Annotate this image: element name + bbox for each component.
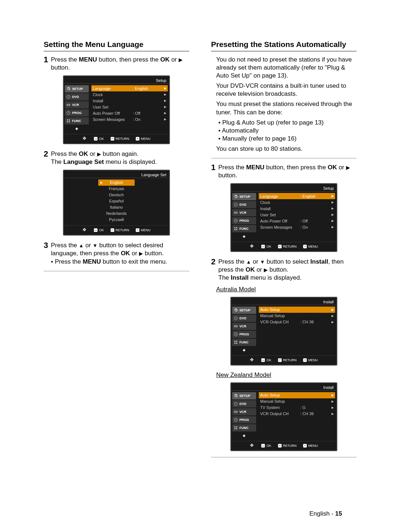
return-icon: ↩ — [278, 444, 282, 448]
chevron-right-icon: ▶ — [164, 99, 166, 102]
osd-title: Install — [231, 297, 337, 305]
language-option: Français — [98, 186, 135, 192]
svg-point-13 — [235, 212, 235, 213]
osd-language-set: Language Set EnglishFrançaisDeutschEspañ… — [63, 170, 170, 236]
osd-tab-vcr: VCR — [232, 323, 256, 330]
step-2-left: 2 Press the OK or button again. The Lang… — [44, 150, 189, 166]
chevron-right-icon: ▶ — [332, 314, 334, 318]
osd-row: Auto Setup▶ — [259, 392, 335, 398]
move-icon — [250, 443, 255, 448]
osd-title: Language Set — [64, 170, 169, 178]
osd-tab-setup: SETUP — [232, 307, 256, 314]
svg-point-34 — [236, 411, 237, 412]
play-icon — [97, 150, 101, 157]
prog-icon — [234, 418, 238, 422]
menu-icon: ≡ — [136, 228, 139, 232]
dvd-icon — [234, 402, 238, 406]
svg-point-11 — [235, 204, 236, 205]
svg-rect-22 — [234, 326, 238, 327]
divider — [211, 158, 357, 158]
svg-rect-7 — [69, 119, 70, 121]
play-icon — [264, 266, 268, 273]
ok-icon: ▭ — [261, 444, 265, 448]
func-icon — [66, 119, 71, 123]
svg-rect-6 — [67, 119, 68, 121]
step-text: Press the MENU button, then press the OK… — [51, 56, 189, 72]
move-icon: ✥ — [232, 432, 256, 440]
osd-setup-right: Setup SETUPDVDVCRPROGFUNC✥ Language: Eng… — [230, 183, 337, 252]
heading-left: Setting the Menu Language — [44, 40, 189, 49]
osd-tab-prog: PROG — [232, 416, 256, 423]
osd-main: Language: English▶Clock▶Install▶User Set… — [90, 84, 169, 134]
svg-point-21 — [235, 318, 236, 319]
osd-row: Clock▶ — [91, 91, 168, 98]
chevron-right-icon: ▶ — [164, 87, 166, 90]
ok-icon: ▭ — [94, 137, 98, 141]
page-footer: English - 15 — [309, 510, 342, 517]
svg-rect-8 — [67, 121, 68, 122]
chevron-right-icon: ▶ — [164, 93, 166, 96]
step-number: 3 — [44, 241, 49, 265]
osd-row: Auto Power Off: Off▶ — [259, 218, 335, 224]
svg-rect-36 — [234, 426, 235, 427]
osd-footer: ▭OK ↩RETURN ≡MENU — [64, 225, 169, 235]
setup-icon — [234, 194, 238, 199]
ok-icon: ▭ — [261, 358, 265, 362]
osd-footer: ▭OK ↩RETURN ≡MENU — [231, 441, 337, 450]
svg-rect-17 — [236, 227, 237, 228]
play-icon — [346, 164, 350, 171]
language-option: English — [98, 180, 135, 186]
vcr-icon — [234, 210, 238, 215]
osd-tab-setup: SETUP — [232, 193, 256, 200]
chevron-right-icon: ▶ — [164, 105, 166, 109]
move-icon: ✥ — [65, 125, 89, 133]
menu-icon: ≡ — [303, 358, 307, 362]
osd-sidebar: SETUPDVDVCRPROGFUNC✥ — [231, 391, 257, 441]
svg-rect-9 — [69, 121, 70, 122]
dvd-icon — [234, 202, 238, 207]
osd-tab-prog: PROG — [65, 109, 89, 117]
osd-row: User Set▶ — [259, 212, 335, 218]
svg-rect-19 — [236, 229, 237, 230]
osd-row: VCR Output CH: CH 36▶ — [259, 319, 335, 325]
svg-rect-29 — [236, 343, 237, 344]
osd-row: Screen Messages: On▶ — [259, 224, 335, 230]
osd-tab-dvd: DVD — [65, 93, 89, 101]
osd-footer: ▭OK ↩RETURN ≡MENU — [231, 355, 337, 365]
chevron-right-icon: ▶ — [332, 308, 334, 311]
chevron-right-icon: ▶ — [332, 207, 334, 210]
menu-icon: ≡ — [303, 444, 307, 448]
osd-title: Setup — [64, 76, 169, 84]
svg-rect-18 — [234, 229, 235, 230]
chevron-right-icon: ▶ — [332, 320, 334, 324]
osd-row: Clock▶ — [259, 199, 335, 205]
osd-tab-setup: SETUP — [232, 392, 256, 399]
dvd-icon — [234, 316, 238, 320]
osd-tab-func: FUNC — [232, 339, 256, 346]
step-text: Press the MENU button, then press the OK… — [218, 163, 357, 180]
up-icon — [246, 258, 251, 265]
chevron-right-icon: ▶ — [332, 394, 334, 397]
move-icon: ✥ — [232, 347, 256, 354]
vcr-icon — [234, 410, 238, 414]
step-number: 2 — [211, 258, 216, 282]
osd-setup-left: Setup SETUPDVDVCRPROGFUNC✥ Language: Eng… — [63, 75, 170, 144]
language-list: EnglishFrançaisDeutschEspañolItalianoNed… — [64, 178, 169, 225]
osd-main: Auto Setup▶Manual Setup▶VCR Output CH: C… — [257, 305, 337, 355]
osd-sidebar: SETUPDVDVCRPROGFUNC✥ — [231, 305, 257, 355]
language-option: Español — [98, 198, 135, 204]
osd-tab-dvd: DVD — [232, 315, 256, 322]
osd-row: Manual Setup▶ — [259, 313, 335, 319]
divider — [44, 271, 189, 271]
divider — [44, 51, 189, 51]
chevron-right-icon: ▶ — [332, 406, 334, 409]
osd-tab-vcr: VCR — [65, 101, 89, 109]
svg-point-1 — [68, 96, 69, 97]
osd-row: Language: English▶ — [259, 193, 335, 199]
move-icon — [82, 136, 87, 141]
svg-point-3 — [67, 105, 68, 105]
play-icon — [139, 250, 143, 257]
osd-tab-prog: PROG — [232, 217, 256, 224]
return-icon: ↩ — [111, 137, 114, 141]
model-label-nz: New Zealand Model — [216, 371, 357, 379]
